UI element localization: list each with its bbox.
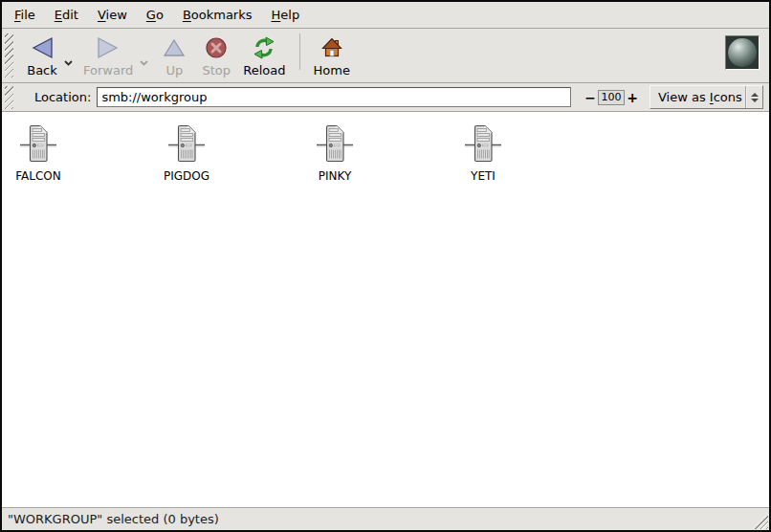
server-label: PIGDOG <box>164 169 209 183</box>
menu-file-label: ile <box>21 8 35 22</box>
stop-label: Stop <box>203 63 231 78</box>
view-as-label: View as Icons <box>658 90 745 104</box>
stop-icon <box>205 34 228 61</box>
menu-view-mnemonic: V <box>98 8 106 22</box>
up-icon <box>163 34 186 61</box>
view-as-selector[interactable]: View as Icons <box>650 85 763 109</box>
menu-view[interactable]: View <box>88 3 137 27</box>
status-bar: "WORKGROUP" selected (0 bytes) <box>2 507 769 530</box>
location-input[interactable] <box>97 87 571 107</box>
menu-edit[interactable]: Edit <box>45 3 88 27</box>
zoom-out-button[interactable]: − <box>583 90 598 105</box>
menu-bookmarks-mnemonic: B <box>183 8 191 22</box>
reload-icon <box>252 34 276 61</box>
server-label: FALCON <box>15 169 61 183</box>
zoom-in-button[interactable]: + <box>625 90 640 105</box>
chevron-up-down-icon <box>746 93 762 102</box>
toolbar: Back Forward Up <box>2 29 769 83</box>
toolbar-separator <box>299 33 300 70</box>
icon-view[interactable]: FALCON PIGDOG <box>2 112 769 507</box>
throbber-icon <box>728 38 757 67</box>
menu-view-label: iew <box>106 8 127 22</box>
home-icon <box>320 34 343 61</box>
computer-icon <box>20 123 56 164</box>
server-item-falcon[interactable]: FALCON <box>2 123 75 183</box>
menu-go[interactable]: Go <box>137 3 173 27</box>
back-button[interactable]: Back <box>21 32 63 79</box>
location-bar-drag-handle[interactable] <box>5 86 13 109</box>
back-icon <box>30 34 55 61</box>
up-label: Up <box>165 63 183 78</box>
home-button[interactable]: Home <box>308 32 356 79</box>
server-item-pigdog[interactable]: PIGDOG <box>150 123 223 183</box>
menu-help[interactable]: Help <box>262 3 310 27</box>
file-manager-window: File Edit View Go Bookmarks Help Back <box>0 0 771 532</box>
throbber-frame <box>725 35 760 70</box>
toolbar-drag-handle[interactable] <box>5 33 13 78</box>
resize-grip-icon[interactable] <box>752 513 768 529</box>
menu-edit-mnemonic: E <box>55 8 62 22</box>
menu-go-label: o <box>156 8 164 22</box>
server-item-yeti[interactable]: YETI <box>447 123 519 183</box>
menu-file[interactable]: File <box>5 3 45 27</box>
menu-bar: File Edit View Go Bookmarks Help <box>2 2 769 29</box>
location-bar: Location: − 100 + View as Icons <box>2 83 769 112</box>
menu-help-mnemonic: H <box>272 8 281 22</box>
zoom-level-indicator: 100 <box>598 90 625 105</box>
location-label: Location: <box>34 90 91 104</box>
server-label: YETI <box>471 169 496 183</box>
stop-button[interactable]: Stop <box>195 32 237 79</box>
reload-label: Reload <box>243 63 285 78</box>
computer-icon <box>168 123 205 164</box>
back-dropdown-button[interactable] <box>63 59 74 67</box>
forward-dropdown-button[interactable] <box>139 59 149 67</box>
forward-button[interactable]: Forward <box>77 32 139 79</box>
server-label: PINKY <box>319 169 352 183</box>
server-item-pinky[interactable]: PINKY <box>298 123 371 183</box>
menu-bookmarks-label: ookmarks <box>191 8 253 22</box>
reload-button[interactable]: Reload <box>237 32 291 79</box>
status-text: "WORKGROUP" selected (0 bytes) <box>8 512 219 526</box>
forward-icon <box>96 34 121 61</box>
forward-label: Forward <box>83 63 133 78</box>
menu-go-mnemonic: G <box>146 8 156 22</box>
menu-edit-label: dit <box>62 8 78 22</box>
home-label: Home <box>314 63 350 78</box>
computer-icon <box>465 123 501 164</box>
menu-help-label: elp <box>280 8 299 22</box>
computer-icon <box>317 123 353 164</box>
up-button[interactable]: Up <box>153 32 195 79</box>
menu-bookmarks[interactable]: Bookmarks <box>173 3 262 27</box>
back-label: Back <box>27 63 57 78</box>
